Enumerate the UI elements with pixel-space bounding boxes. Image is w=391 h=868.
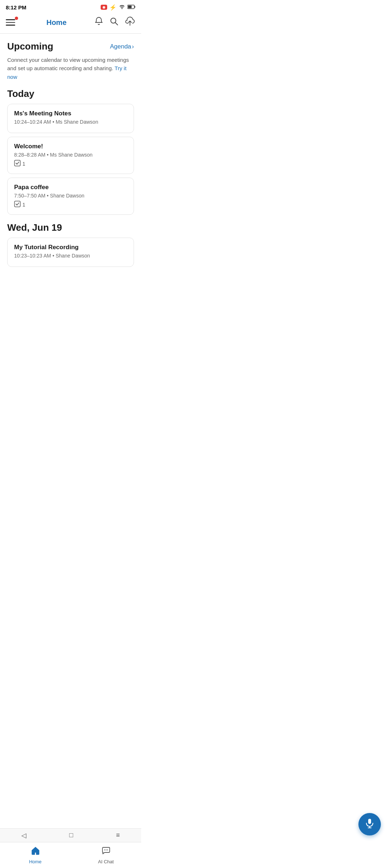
battery-icon xyxy=(127,4,135,10)
meeting-title-wed-0: My Tutorial Recording xyxy=(14,244,127,251)
meeting-meta-2: 7:50–7:50 AM • Shane Dawson xyxy=(14,193,127,199)
agenda-link[interactable]: Agenda › xyxy=(110,43,134,50)
meeting-card-0[interactable]: Ms's Meeting Notes 10:24–10:24 AM • Ms S… xyxy=(7,104,134,133)
meeting-card-2[interactable]: Papa coffee 7:50–7:50 AM • Shane Dawson … xyxy=(7,178,134,215)
search-icon[interactable] xyxy=(109,17,119,28)
today-title: Today xyxy=(7,88,134,99)
status-time: 8:12 PM xyxy=(6,4,26,10)
upload-icon[interactable] xyxy=(125,17,135,28)
wednesday-title: Wed, Jun 19 xyxy=(7,222,134,233)
clip-icon-1 xyxy=(14,160,21,168)
clip-icon-2 xyxy=(14,201,21,209)
top-nav: Home xyxy=(0,13,141,33)
video-indicator-icon: ◉ xyxy=(101,5,107,10)
meeting-title-1: Welcome! xyxy=(14,143,127,150)
chevron-right-icon: › xyxy=(132,43,134,50)
page-title: Home xyxy=(46,18,67,27)
meeting-title-0: Ms's Meeting Notes xyxy=(14,110,127,117)
upcoming-title: Upcoming xyxy=(7,41,53,52)
main-content: Upcoming Agenda › Connect your calendar … xyxy=(0,34,141,321)
svg-rect-7 xyxy=(14,201,20,207)
meeting-meta-wed-0: 10:23–10:23 AM • Shane Dawson xyxy=(14,253,127,259)
status-bar: 8:12 PM ◉ ⚡ xyxy=(0,0,141,13)
meeting-badge-2: 1 xyxy=(14,201,127,209)
svg-line-4 xyxy=(115,23,118,25)
meeting-badge-1: 1 xyxy=(14,160,127,168)
bluetooth-icon: ⚡ xyxy=(109,4,117,11)
notification-icon[interactable] xyxy=(94,17,104,28)
upcoming-section-header: Upcoming Agenda › xyxy=(7,41,134,52)
status-icons: ◉ ⚡ xyxy=(101,4,135,11)
nav-actions xyxy=(94,17,135,28)
meeting-meta-1: 8:28–8:28 AM • Ms Shane Dawson xyxy=(14,152,127,158)
svg-rect-2 xyxy=(128,6,132,8)
meeting-title-2: Papa coffee xyxy=(14,184,127,191)
meeting-card-1[interactable]: Welcome! 8:28–8:28 AM • Ms Shane Dawson … xyxy=(7,137,134,174)
calendar-connect-text: Connect your calendar to view upcoming m… xyxy=(7,56,134,81)
meeting-card-wed-0[interactable]: My Tutorial Recording 10:23–10:23 AM • S… xyxy=(7,238,134,267)
svg-rect-1 xyxy=(135,6,135,8)
svg-rect-6 xyxy=(14,160,20,166)
menu-notification-dot xyxy=(15,17,18,20)
wifi-icon xyxy=(119,4,125,10)
meeting-meta-0: 10:24–10:24 AM • Ms Shane Dawson xyxy=(14,119,127,125)
menu-button[interactable] xyxy=(6,16,19,29)
